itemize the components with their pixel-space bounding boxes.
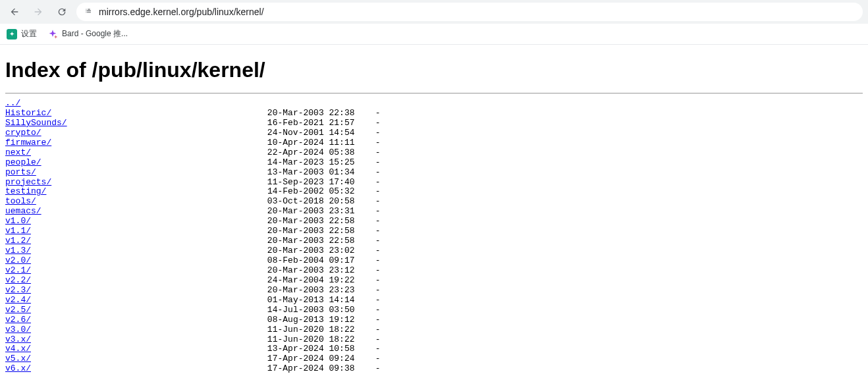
listing-row: people/ 14-Mar-2023 15:25 - <box>5 158 863 168</box>
reload-button[interactable] <box>53 3 71 21</box>
directory-link[interactable]: v3.0/ <box>5 325 31 334</box>
svg-point-2 <box>86 12 86 13</box>
bookmarks-bar: ✦ 设置 Bard - Google 推... <box>0 24 868 45</box>
listing-row: next/ 22-Apr-2024 05:38 - <box>5 148 863 158</box>
directory-link[interactable]: Historic/ <box>5 108 51 118</box>
directory-link[interactable]: v2.1/ <box>5 265 31 275</box>
svg-point-0 <box>86 9 86 9</box>
directory-link[interactable]: v1.3/ <box>5 246 31 255</box>
back-button[interactable] <box>5 3 24 21</box>
directory-link[interactable]: testing/ <box>5 186 46 196</box>
directory-link[interactable]: v1.1/ <box>5 226 31 236</box>
arrow-right-icon <box>33 7 43 17</box>
listing-row: tools/ 03-Oct-2018 20:58 - <box>5 197 863 207</box>
listing-row: projects/ 11-Sep-2023 17:40 - <box>5 178 863 188</box>
listing-row: v6.x/ 17-Apr-2024 09:38 - <box>5 364 863 374</box>
directory-link[interactable]: v4.x/ <box>5 344 31 354</box>
directory-link[interactable]: crypto/ <box>5 128 41 138</box>
reload-icon <box>57 7 67 17</box>
listing-row: v2.1/ 20-Mar-2003 23:12 - <box>5 266 863 276</box>
listing-row: v2.6/ 08-Aug-2013 19:12 - <box>5 315 863 325</box>
directory-link[interactable]: v5.x/ <box>5 354 31 363</box>
directory-link[interactable]: v2.4/ <box>5 295 31 305</box>
bookmark-label: Bard - Google 推... <box>62 28 128 40</box>
divider <box>5 93 863 94</box>
directory-link[interactable]: projects/ <box>5 177 51 187</box>
site-info-icon[interactable] <box>84 7 94 18</box>
page-title: Index of /pub/linux/kernel/ <box>5 58 863 82</box>
bard-icon <box>47 29 58 40</box>
bookmark-settings[interactable]: ✦ 设置 <box>7 28 37 40</box>
directory-link[interactable]: v3.x/ <box>5 334 31 344</box>
bookmark-bard[interactable]: Bard - Google 推... <box>47 28 128 40</box>
arrow-left-icon <box>9 7 20 17</box>
browser-toolbar: mirrors.edge.kernel.org/pub/linux/kernel… <box>0 0 868 24</box>
directory-link[interactable]: people/ <box>5 157 41 167</box>
listing-row: v3.0/ 11-Jun-2020 18:22 - <box>5 325 863 335</box>
listing-row: v4.x/ 13-Apr-2024 10:58 - <box>5 344 863 354</box>
listing-row: v2.5/ 14-Jul-2003 03:50 - <box>5 306 863 315</box>
listing-row: v2.0/ 08-Feb-2004 09:17 - <box>5 256 863 266</box>
directory-link[interactable]: v2.0/ <box>5 255 31 265</box>
directory-link[interactable]: v1.0/ <box>5 216 31 226</box>
bookmark-label: 设置 <box>21 28 37 40</box>
svg-point-1 <box>86 10 86 11</box>
listing-row: v2.2/ 24-Mar-2004 19:22 - <box>5 276 863 286</box>
listing-row: testing/ 14-Feb-2002 05:32 - <box>5 187 863 197</box>
listing-row: Historic/ 20-Mar-2003 22:38 - <box>5 109 863 119</box>
listing-row: v1.2/ 20-Mar-2003 22:58 - <box>5 236 863 246</box>
directory-link[interactable]: v2.5/ <box>5 305 31 315</box>
listing-row: firmware/ 10-Apr-2024 11:11 - <box>5 138 863 148</box>
directory-link[interactable]: ../ <box>5 98 20 108</box>
listing-row: v1.3/ 20-Mar-2003 23:02 - <box>5 246 863 256</box>
directory-link[interactable]: next/ <box>5 147 31 157</box>
listing-row: v5.x/ 17-Apr-2024 09:24 - <box>5 354 863 364</box>
listing-row: v1.0/ 20-Mar-2003 22:58 - <box>5 217 863 227</box>
directory-link[interactable]: v2.6/ <box>5 315 31 325</box>
page-content: Index of /pub/linux/kernel/ ../Historic/… <box>0 45 868 374</box>
address-bar[interactable]: mirrors.edge.kernel.org/pub/linux/kernel… <box>76 3 863 21</box>
directory-link[interactable]: tools/ <box>5 196 36 206</box>
forward-button[interactable] <box>29 3 47 21</box>
listing-row: v3.x/ 11-Jun-2020 18:22 - <box>5 335 863 345</box>
listing-row: uemacs/ 20-Mar-2003 23:31 - <box>5 207 863 217</box>
listing-row: v2.4/ 01-May-2013 14:14 - <box>5 296 863 306</box>
directory-link[interactable]: v2.3/ <box>5 285 31 295</box>
url-text: mirrors.edge.kernel.org/pub/linux/kernel… <box>99 7 264 17</box>
directory-link[interactable]: firmware/ <box>5 138 51 147</box>
listing-row: v2.3/ 20-Mar-2003 23:23 - <box>5 286 863 296</box>
directory-link[interactable]: SillySounds/ <box>5 118 67 128</box>
listing-row: ports/ 13-Mar-2003 01:34 - <box>5 168 863 178</box>
listing-row: crypto/ 24-Nov-2001 14:54 - <box>5 128 863 138</box>
directory-link[interactable]: ports/ <box>5 167 36 177</box>
directory-listing: ../Historic/ 20-Mar-2003 22:38 -SillySou… <box>5 99 863 374</box>
directory-link[interactable]: v6.x/ <box>5 363 31 373</box>
directory-link[interactable]: v1.2/ <box>5 236 31 246</box>
directory-link[interactable]: v2.2/ <box>5 275 31 285</box>
listing-row: v1.1/ 20-Mar-2003 22:58 - <box>5 227 863 236</box>
chatgpt-icon: ✦ <box>7 29 17 40</box>
listing-row: SillySounds/ 16-Feb-2021 21:57 - <box>5 119 863 128</box>
listing-row: ../ <box>5 99 863 109</box>
directory-link[interactable]: uemacs/ <box>5 206 41 216</box>
